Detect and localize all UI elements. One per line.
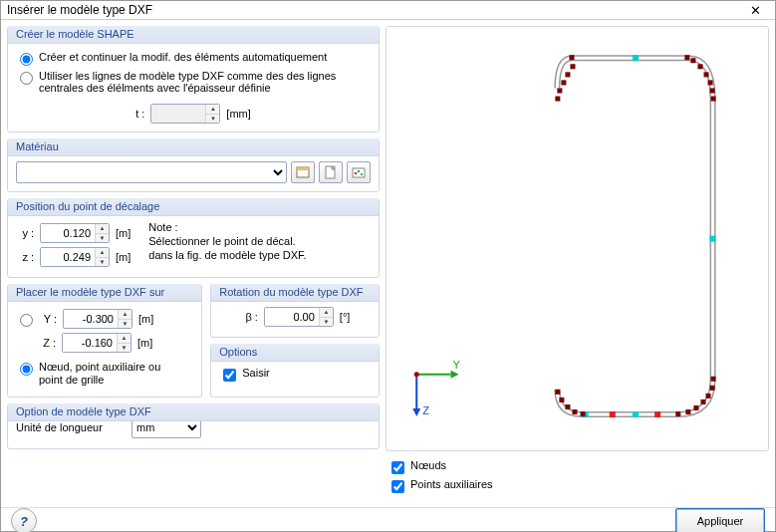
chevron-up-icon[interactable]: ▲ — [96, 224, 109, 234]
beta-stepper[interactable]: ▲▼ — [264, 307, 334, 327]
beta-input[interactable] — [265, 308, 319, 326]
place-Y-stepper[interactable]: ▲▼ — [63, 309, 132, 329]
svg-point-4 — [355, 172, 358, 175]
place-rotation-row: Placer le modèle type DXF sur Y : ▲▼ [m] — [7, 284, 380, 398]
svg-rect-32 — [675, 411, 680, 416]
radio-auto-label[interactable]: Créer et continuer la modif. des élément… — [39, 51, 327, 63]
svg-rect-37 — [555, 390, 560, 395]
offset-z-stepper[interactable]: ▲▼ — [40, 247, 110, 267]
preview-canvas[interactable]: Y Z — [386, 26, 769, 451]
svg-rect-36 — [559, 398, 564, 402]
svg-rect-18 — [569, 55, 574, 60]
place-Z-label: Z : — [38, 337, 56, 349]
svg-rect-39 — [557, 88, 562, 93]
offset-z-input[interactable] — [41, 248, 95, 266]
left-column: Créer le modèle SHAPE Créer et continuer… — [7, 26, 380, 501]
place-Y-label: Y : — [39, 313, 57, 325]
radio-auto[interactable] — [20, 53, 33, 66]
offset-y-stepper[interactable]: ▲▼ — [40, 223, 110, 243]
radio-auto-row[interactable]: Créer et continuer la modif. des élément… — [16, 49, 371, 68]
window-title: Insérer le modèle type DXF — [7, 3, 741, 17]
chevron-up-icon: ▲ — [206, 105, 219, 115]
svg-rect-24 — [710, 88, 715, 93]
chevron-down-icon[interactable]: ▼ — [118, 344, 130, 353]
help-icon[interactable]: ? — [11, 508, 37, 532]
radio-lines-label-2[interactable]: centrales des élélments avec l'épaisseur… — [39, 82, 336, 94]
place-Z-stepper[interactable]: ▲▼ — [62, 333, 131, 353]
material-combo[interactable] — [16, 161, 287, 183]
radio-place-node[interactable] — [20, 363, 33, 376]
svg-rect-30 — [693, 405, 698, 410]
chevron-up-icon[interactable]: ▲ — [96, 248, 109, 258]
radio-lines[interactable] — [20, 72, 33, 85]
place-Z-unit: [m] — [137, 337, 152, 349]
check-aux[interactable] — [391, 480, 404, 493]
offset-z-label: z : — [16, 251, 34, 263]
svg-rect-34 — [572, 409, 577, 414]
svg-rect-33 — [581, 411, 586, 416]
chevron-down-icon[interactable]: ▼ — [96, 234, 109, 243]
units-label: Unité de longueur — [16, 421, 126, 433]
new-icon[interactable] — [319, 161, 343, 183]
dialog-window: Insérer le modèle type DXF ✕ Créer le mo… — [0, 0, 776, 532]
group-offset-title: Position du point de décalage — [8, 198, 379, 216]
check-nodes-label[interactable]: Nœuds — [410, 459, 446, 471]
place-Y-unit: [m] — [138, 313, 153, 325]
chevron-up-icon[interactable]: ▲ — [320, 308, 333, 318]
thickness-input — [151, 105, 205, 123]
svg-rect-25 — [711, 97, 716, 102]
offset-note-1: Sélectionner le point de décal. — [148, 235, 306, 249]
svg-rect-16 — [610, 411, 616, 417]
svg-rect-17 — [654, 411, 660, 417]
close-icon[interactable]: ✕ — [741, 1, 769, 19]
offset-y-label: y : — [16, 227, 34, 239]
offset-y-input[interactable] — [41, 224, 95, 242]
group-options-title: Options — [211, 344, 379, 362]
svg-rect-13 — [710, 236, 716, 242]
svg-rect-35 — [565, 404, 570, 409]
dialog-body: Créer le modèle SHAPE Créer et continuer… — [1, 20, 775, 507]
chevron-up-icon[interactable]: ▲ — [118, 334, 130, 344]
svg-rect-3 — [353, 168, 365, 177]
apply-button[interactable]: Appliquer — [675, 508, 765, 532]
radio-place-node-label[interactable]: Nœud, point auxiliaire ou point de grill… — [39, 361, 168, 387]
place-Z-input[interactable] — [63, 334, 117, 352]
group-shape-title: Créer le modèle SHAPE — [8, 26, 379, 44]
offset-note-2: dans la fig. de modèle type DXF. — [148, 249, 306, 263]
place-Y-input[interactable] — [64, 310, 118, 328]
offset-note: Note : Sélectionner le point de décal. d… — [148, 221, 306, 269]
check-snap-label[interactable]: Saisir — [242, 367, 270, 379]
svg-rect-22 — [703, 72, 708, 77]
chevron-up-icon[interactable]: ▲ — [119, 310, 131, 320]
check-snap[interactable] — [223, 369, 236, 382]
svg-rect-26 — [711, 377, 716, 382]
check-aux-label[interactable]: Points auxiliaires — [410, 478, 493, 490]
svg-point-11 — [414, 372, 419, 377]
group-shape: Créer le modèle SHAPE Créer et continuer… — [7, 26, 380, 133]
check-nodes[interactable] — [391, 461, 404, 474]
svg-rect-29 — [700, 399, 705, 404]
radio-lines-label-1[interactable]: Utiliser les lignes de modèle type DXF c… — [39, 70, 336, 82]
radio-lines-row[interactable]: Utiliser les lignes de modèle type DXF c… — [16, 68, 371, 96]
chevron-down-icon[interactable]: ▼ — [96, 258, 109, 267]
footer: ? Appliquer — [1, 507, 775, 532]
thickness-unit: [mm] — [226, 108, 250, 120]
dxf-preview-svg: Y Z — [387, 27, 768, 450]
svg-rect-41 — [565, 72, 570, 77]
offset-z-unit: [m] — [116, 251, 130, 263]
edit-icon[interactable] — [347, 161, 371, 183]
library-icon[interactable] — [291, 161, 315, 183]
chevron-down-icon[interactable]: ▼ — [119, 320, 131, 329]
group-rotation-title: Rotation du modèle type DXF — [211, 284, 379, 302]
group-place: Placer le modèle type DXF sur Y : ▲▼ [m] — [7, 284, 202, 398]
svg-rect-42 — [570, 64, 575, 69]
chevron-down-icon[interactable]: ▼ — [320, 318, 333, 327]
beta-label: β : — [240, 311, 258, 323]
preview-checks: Nœuds Points auxiliaires — [386, 451, 769, 501]
radio-place-Y[interactable] — [20, 314, 33, 327]
svg-rect-15 — [633, 411, 639, 417]
svg-rect-23 — [708, 80, 713, 85]
svg-rect-27 — [710, 386, 715, 391]
svg-marker-10 — [412, 408, 420, 416]
group-material-title: Matériau — [8, 138, 379, 156]
